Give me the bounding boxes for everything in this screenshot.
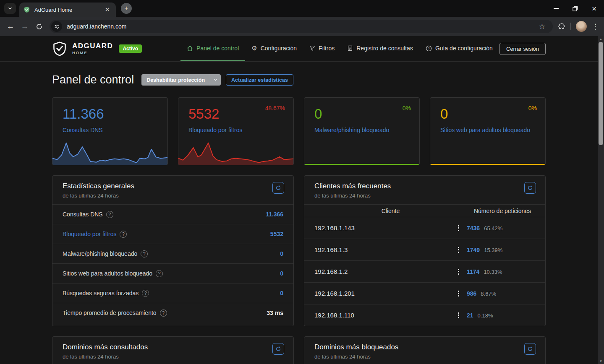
profile-avatar[interactable]	[576, 21, 587, 32]
nav-item-filters[interactable]: Filtros	[303, 36, 341, 61]
scrollbar-thumb[interactable]	[599, 42, 603, 145]
help-icon[interactable]: ?	[106, 211, 113, 218]
update-statistics-button[interactable]: Actualizar estadísticas	[226, 74, 293, 86]
window-close-button[interactable]: ×	[592, 5, 596, 13]
row-menu-button[interactable]	[458, 312, 459, 318]
request-percent: 65.42%	[484, 225, 502, 231]
refresh-button[interactable]	[272, 343, 284, 355]
nav-item-setup-guide[interactable]: ? Guía de configuración	[419, 36, 499, 61]
browser-tab[interactable]: AdGuard Home ✕	[19, 3, 116, 17]
request-percent: 15.39%	[484, 247, 502, 253]
panel-subtitle: de las últimas 24 horas	[63, 354, 283, 360]
url-bar[interactable]: adguard.ianchenn.com ☆	[50, 20, 553, 33]
document-icon	[347, 45, 353, 51]
forward-button[interactable]: →	[18, 19, 32, 34]
request-count: 21	[467, 312, 473, 319]
disable-protection-caret-button[interactable]	[210, 74, 221, 86]
row-menu-button[interactable]	[458, 291, 459, 296]
malware-flatline	[304, 164, 419, 165]
funnel-icon	[309, 45, 315, 51]
toolbar-right: ⋮	[558, 21, 599, 32]
stats-row-dns-queries: Consultas DNS ? 11.366	[52, 204, 293, 224]
row-label: Búsquedas seguras forzadas	[63, 290, 139, 296]
page-scrollbar[interactable]: ▲ ▼	[598, 36, 604, 364]
row-value: 11.366	[266, 211, 283, 218]
row-menu-button[interactable]	[458, 269, 459, 275]
row-label: Malware/phishing bloqueado	[63, 250, 137, 257]
tune-icon	[54, 24, 60, 29]
clients-table-header: Cliente Número de peticiones	[304, 204, 545, 217]
refresh-button[interactable]	[524, 182, 536, 194]
refresh-icon	[275, 185, 281, 191]
scrollbar-down-arrow[interactable]: ▼	[598, 358, 604, 364]
adult-flatline	[430, 164, 545, 165]
client-row: 192.168.1.143 7436 65.42%	[304, 217, 545, 239]
nav-item-dashboard[interactable]: Panel de control	[180, 36, 245, 61]
browser-menu-button[interactable]: ⋮	[592, 22, 599, 31]
client-row: 192.168.1.2 1174 10.33%	[304, 260, 545, 282]
help-icon[interactable]: ?	[120, 231, 127, 238]
brand-name: ADGUARD	[72, 42, 113, 49]
stat-value: 11.366	[63, 106, 167, 122]
request-count: 7436	[467, 225, 480, 231]
window-restore-button[interactable]	[573, 6, 578, 11]
refresh-button[interactable]	[272, 182, 284, 194]
nav-label: Filtros	[319, 45, 335, 52]
panel-title: Clientes más frecuentes	[314, 182, 535, 190]
blocked-filters-sparkline	[178, 139, 293, 165]
adguard-shield-icon	[52, 41, 67, 57]
tab-close-icon[interactable]: ✕	[103, 6, 112, 13]
chevron-down-icon	[8, 6, 13, 11]
stat-label: Malware/phishing bloqueado	[314, 127, 419, 133]
scrollbar-up-arrow[interactable]: ▲	[598, 36, 604, 42]
refresh-button[interactable]	[524, 343, 536, 355]
back-button[interactable]: ←	[3, 19, 18, 34]
reload-icon	[36, 23, 43, 30]
reload-button[interactable]	[32, 19, 46, 34]
request-percent: 0.18%	[478, 312, 493, 319]
stat-card-dns-queries: 11.366 Consultas DNS	[52, 97, 168, 165]
logout-button[interactable]: Cerrar sesión	[499, 43, 546, 55]
help-icon[interactable]: ?	[156, 270, 163, 277]
url-text[interactable]: adguard.ianchenn.com	[67, 23, 539, 30]
row-label: Tiempo promedio de procesamiento	[63, 309, 157, 316]
stats-row-adult-sites: Sitios web para adultos bloqueado ? 0	[52, 263, 293, 283]
bookmark-star-icon[interactable]: ☆	[539, 22, 545, 31]
help-circle-icon: ?	[426, 45, 432, 52]
stat-percent: 48.67%	[265, 105, 285, 112]
help-icon[interactable]: ?	[141, 250, 148, 257]
help-icon[interactable]: ?	[160, 309, 167, 317]
adguard-logo[interactable]: ADGUARD HOME	[52, 41, 113, 57]
general-statistics-panel: Estadísticas generales de las últimas 24…	[52, 175, 294, 326]
tab-search-button[interactable]	[4, 3, 16, 14]
nav-item-query-log[interactable]: Registro de consultas	[341, 36, 419, 61]
window-minimize-button[interactable]	[554, 8, 559, 9]
stats-row-malware: Malware/phishing bloqueado ? 0	[52, 244, 293, 263]
extensions-button[interactable]	[558, 23, 565, 30]
stat-label: Consultas DNS	[63, 127, 167, 133]
nav-item-settings[interactable]: ⚙ Configuración	[245, 36, 303, 61]
page-content: ADGUARD HOME Activo Panel de control ⚙ C…	[0, 36, 604, 364]
disable-protection-button[interactable]: Deshabilitar protección	[141, 74, 210, 86]
column-header-client: Cliente	[314, 208, 467, 214]
client-row: 192.168.1.3 1749 15.39%	[304, 239, 545, 260]
dashboard: Panel de control Deshabilitar protección…	[52, 73, 546, 364]
request-percent: 10.33%	[484, 269, 502, 275]
site-settings-button[interactable]	[51, 21, 62, 32]
top-queried-domains-panel: Dominios más consultados de las últimas …	[52, 336, 294, 364]
browser-titlebar: AdGuard Home ✕ + ×	[0, 0, 604, 17]
column-header-requests: Número de peticiones	[467, 208, 538, 214]
client-ip: 192.168.1.2	[314, 268, 450, 275]
client-ip: 192.168.1.3	[314, 246, 450, 253]
brand-sub: HOME	[72, 51, 113, 55]
help-icon[interactable]: ?	[142, 290, 149, 297]
gear-icon: ⚙	[251, 44, 257, 52]
row-menu-button[interactable]	[458, 247, 459, 253]
row-menu-button[interactable]	[458, 225, 459, 231]
row-label-link[interactable]: Bloqueado por filtros	[63, 231, 116, 237]
new-tab-button[interactable]: +	[121, 3, 132, 14]
panel-title: Estadísticas generales	[63, 182, 283, 190]
svg-text:?: ?	[428, 47, 430, 50]
row-value: 0	[280, 250, 283, 257]
stats-row-avg-processing: Tiempo promedio de procesamiento ? 33 ms	[52, 303, 293, 322]
